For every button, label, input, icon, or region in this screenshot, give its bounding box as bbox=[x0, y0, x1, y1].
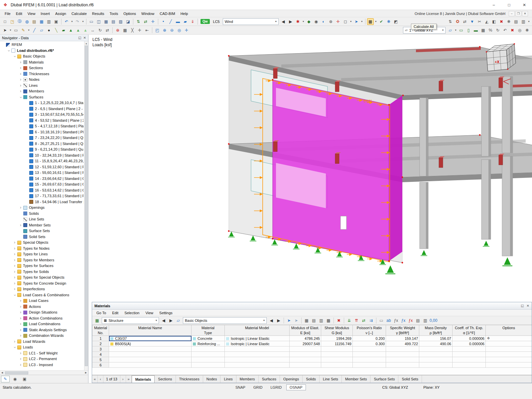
tree-expander-icon[interactable] bbox=[19, 350, 23, 356]
prev-page-icon[interactable]: ‹ bbox=[98, 375, 103, 383]
fx-edit-icon[interactable]: ƒx bbox=[400, 317, 407, 324]
tree-expander-icon[interactable] bbox=[19, 327, 23, 333]
xyz-icon[interactable]: ✛ bbox=[335, 18, 341, 25]
mirror-icon[interactable]: ⇄ bbox=[462, 18, 468, 25]
fx-icon[interactable]: ƒx bbox=[393, 317, 399, 324]
tree-item[interactable]: Surfaces bbox=[0, 94, 88, 100]
menu-item[interactable]: Window bbox=[139, 10, 157, 17]
material-name-cell[interactable] bbox=[109, 346, 192, 352]
export-table-icon[interactable]: ⇈ bbox=[353, 317, 360, 324]
materials-menu-item[interactable]: Go To bbox=[93, 311, 109, 315]
work-plane-dropdown-icon[interactable]: ▾ bbox=[454, 27, 457, 34]
tree-item[interactable]: Solids bbox=[0, 211, 88, 217]
settings-icon[interactable]: ❋ bbox=[505, 18, 512, 25]
check-data-icon[interactable]: ✔ bbox=[378, 18, 385, 25]
shear-modulus-cell[interactable] bbox=[321, 346, 353, 352]
tree-item[interactable]: Load distribution.rf6* bbox=[0, 48, 88, 54]
thermal-exp-cell[interactable]: 0.000006 bbox=[453, 336, 486, 341]
tree-item[interactable]: RFEM bbox=[0, 42, 88, 48]
decimal-places-icon[interactable]: 0,00 bbox=[429, 317, 438, 324]
tree-expander-icon[interactable] bbox=[13, 275, 17, 281]
tree-item[interactable]: 1 - 1,2,25,5,22,28,10,4,7 | Stan bbox=[0, 100, 88, 106]
selected-wall-edge[interactable] bbox=[389, 95, 402, 261]
flag-icon[interactable]: ✪ bbox=[454, 18, 461, 25]
new-load-icon[interactable]: ⇓ bbox=[189, 18, 196, 25]
material-name-cell[interactable] bbox=[109, 362, 192, 368]
maximize-button[interactable]: □ bbox=[501, 0, 517, 10]
exchange-rows-icon[interactable]: ⇄ bbox=[360, 317, 367, 324]
shear-modulus-cell[interactable]: 11156.749 bbox=[321, 341, 353, 346]
tree-item[interactable]: 10 - 32,34,33,19 | Standard | P bbox=[0, 153, 88, 159]
edit-pen-dropdown-icon[interactable]: ▾ bbox=[27, 27, 30, 34]
tree-expander-icon[interactable] bbox=[13, 269, 17, 275]
tree-item[interactable]: 11 - 15,8,9,26,47,49,46,23,29,1 bbox=[0, 158, 88, 164]
material-row[interactable]: 1 C30/37 Concrete Isotropic | Linear Ela… bbox=[92, 336, 532, 341]
table-tab[interactable]: Thicknesses bbox=[176, 375, 203, 383]
edit-pen-icon[interactable]: ✎ bbox=[20, 27, 27, 34]
snap-toggle[interactable]: LGRID bbox=[267, 384, 285, 390]
tree-expander-icon[interactable] bbox=[19, 88, 23, 94]
tree-item[interactable]: Load Combinations bbox=[0, 321, 88, 327]
scrollbar-thumb[interactable] bbox=[85, 46, 88, 366]
specific-weight-cell[interactable] bbox=[386, 357, 419, 362]
tree-expander-icon[interactable] bbox=[13, 54, 17, 60]
snap-intersection-icon[interactable]: ✛ bbox=[136, 27, 143, 34]
tree-item[interactable]: 18 - 54,94-96 | Load Transfer | bbox=[0, 199, 88, 205]
column-header[interactable]: Coeff. of Th. Exp.α [1/°F] bbox=[453, 325, 486, 336]
calculation-settings-icon[interactable]: ❋ bbox=[385, 18, 392, 25]
filter-icon[interactable]: ▼ bbox=[469, 18, 475, 25]
poisson-cell[interactable] bbox=[353, 357, 386, 362]
snap-grid-icon[interactable]: ▦ bbox=[122, 27, 128, 34]
modulus-cell[interactable]: 4786.245 bbox=[290, 336, 321, 341]
mass-density-cell[interactable] bbox=[419, 346, 453, 352]
tree-expander-icon[interactable] bbox=[19, 77, 23, 83]
mdi-restore-icon[interactable]: ❐ bbox=[515, 11, 521, 16]
material-type-cell[interactable] bbox=[192, 352, 225, 357]
copy-icon[interactable]: ▣ bbox=[53, 18, 60, 25]
material-type-cell[interactable] bbox=[192, 346, 225, 352]
tree-item[interactable]: Solid Sets bbox=[0, 234, 88, 240]
clipping-box-icon[interactable]: ◪ bbox=[125, 18, 131, 25]
tree-item[interactable]: LC3 - Imposed bbox=[0, 362, 88, 368]
tree-item[interactable]: Static Analysis Settings bbox=[0, 327, 88, 333]
prev-table-icon[interactable]: ◀ bbox=[160, 317, 167, 324]
tree-item[interactable]: LC1 - Self Weight bbox=[0, 350, 88, 356]
material-row[interactable]: 6 bbox=[92, 362, 532, 368]
options-cell[interactable] bbox=[486, 352, 532, 357]
material-type-cell[interactable] bbox=[192, 362, 225, 368]
move-tool-icon[interactable]: ↔ bbox=[89, 27, 96, 34]
tree-item[interactable]: Line Sets bbox=[0, 216, 88, 222]
thermal-exp-cell[interactable]: 0.000006 bbox=[453, 341, 486, 346]
row-number-cell[interactable]: 1 bbox=[92, 336, 109, 341]
show-results-icon[interactable]: ◆ bbox=[306, 18, 312, 25]
new-node-icon[interactable]: • bbox=[160, 18, 167, 25]
shear-modulus-cell[interactable] bbox=[321, 352, 353, 357]
window-split-icon[interactable]: ◫ bbox=[95, 18, 102, 25]
scroll-up-icon[interactable]: ▲ bbox=[84, 41, 88, 45]
numbering-icon[interactable]: ⇅ bbox=[135, 18, 142, 25]
tree-item[interactable]: 2 - 6,5 | Standard | Plane | 2 - bbox=[0, 106, 88, 112]
tree-structure3-icon[interactable]: ▲ bbox=[82, 27, 89, 34]
mass-density-cell[interactable] bbox=[419, 352, 453, 357]
column-header[interactable]: Shear ModulusG [ksi] bbox=[321, 325, 353, 336]
tree-item[interactable]: Sections bbox=[0, 65, 88, 71]
work-plane-status[interactable]: Plane: XY bbox=[423, 385, 440, 389]
plane-yz-icon[interactable]: ▯ bbox=[465, 27, 472, 34]
empty-rows-icon[interactable]: ▭ bbox=[378, 317, 385, 324]
table-tab[interactable]: Solid Sets bbox=[398, 375, 422, 383]
tree-item[interactable]: 14 - 23,66,64,62 | Standard | Q bbox=[0, 176, 88, 182]
material-type-cell[interactable]: Reinforcing ... bbox=[192, 341, 225, 346]
tree-item[interactable]: Types for Solids bbox=[0, 269, 88, 275]
tree-item[interactable]: LC2 - Permanent bbox=[0, 356, 88, 362]
tree-expander-icon[interactable] bbox=[13, 339, 17, 345]
node-tool-icon[interactable]: ● bbox=[46, 27, 52, 34]
specific-weight-cell[interactable]: 499.722 bbox=[386, 341, 419, 346]
next-page-icon[interactable]: › bbox=[120, 375, 126, 383]
tree-item[interactable]: Member Sets bbox=[0, 222, 88, 228]
new-line-icon[interactable]: ╱ bbox=[167, 18, 174, 25]
rotate-tool-icon[interactable]: ↻ bbox=[97, 27, 103, 34]
plane-xz-icon[interactable]: ▬ bbox=[472, 27, 479, 34]
tree-expander-icon[interactable] bbox=[13, 251, 17, 257]
solver-icon[interactable]: ◩ bbox=[393, 18, 399, 25]
specific-weight-cell[interactable] bbox=[386, 346, 419, 352]
